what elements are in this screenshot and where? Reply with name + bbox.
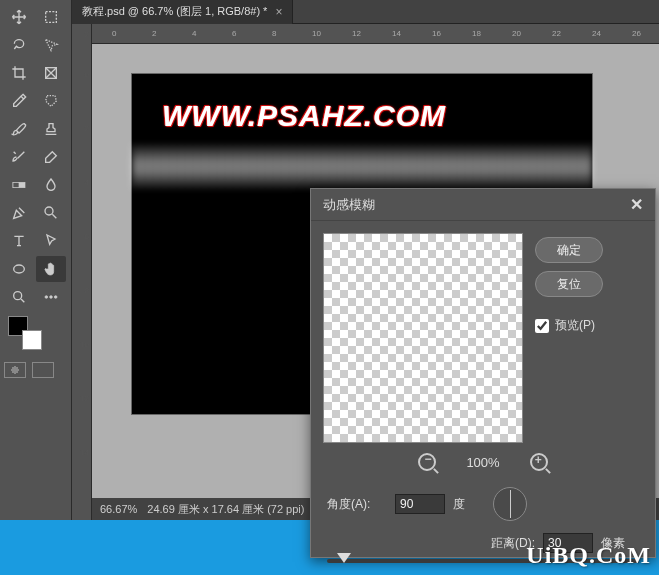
horizontal-ruler: 0 2 4 6 8 10 12 14 16 18 20 22 24 26 <box>92 24 659 44</box>
angle-dial[interactable] <box>493 487 527 521</box>
angle-unit: 度 <box>453 496 465 513</box>
preview-checkbox[interactable]: 预览(P) <box>535 317 603 334</box>
canvas-text: WWW.PSAHZ.COM <box>162 99 446 133</box>
svg-point-9 <box>54 296 57 299</box>
screen-mode-icon[interactable] <box>32 362 54 378</box>
shape-tool[interactable] <box>4 256 34 282</box>
reset-button[interactable]: 复位 <box>535 271 603 297</box>
marquee-tool[interactable] <box>36 4 66 30</box>
dialog-titlebar[interactable]: 动感模糊 ✕ <box>311 189 655 221</box>
brush-tool[interactable] <box>4 116 34 142</box>
frame-tool[interactable] <box>36 60 66 86</box>
more-tools[interactable] <box>36 284 66 310</box>
color-swatches[interactable] <box>4 316 67 356</box>
angle-label: 角度(A): <box>327 496 387 513</box>
document-tabbar: 教程.psd @ 66.7% (图层 1, RGB/8#) * × <box>72 0 659 24</box>
status-zoom[interactable]: 66.67% <box>100 503 137 515</box>
move-tool[interactable] <box>4 4 34 30</box>
gradient-tool[interactable] <box>4 172 34 198</box>
close-icon[interactable]: × <box>275 5 282 19</box>
path-select-tool[interactable] <box>36 228 66 254</box>
watermark: UiBQ.CoM <box>526 542 651 569</box>
pen-tool[interactable] <box>4 200 34 226</box>
tools-panel <box>0 0 72 520</box>
svg-point-7 <box>45 296 48 299</box>
history-brush-tool[interactable] <box>4 144 34 170</box>
eyedropper-tool[interactable] <box>4 88 34 114</box>
lasso-tool[interactable] <box>4 32 34 58</box>
blur-tool[interactable] <box>36 172 66 198</box>
quick-select-tool[interactable] <box>36 32 66 58</box>
crop-tool[interactable] <box>4 60 34 86</box>
close-icon[interactable]: ✕ <box>630 195 643 214</box>
background-color[interactable] <box>22 330 42 350</box>
zoom-tool[interactable] <box>4 284 34 310</box>
motion-blur-dialog: 动感模糊 ✕ 确定 复位 预览(P) 100% 角度(A): 度 <box>310 188 656 558</box>
zoom-out-icon[interactable] <box>418 453 436 471</box>
document-tab[interactable]: 教程.psd @ 66.7% (图层 1, RGB/8#) * × <box>72 0 293 24</box>
motion-blur-effect <box>132 144 592 189</box>
angle-input[interactable] <box>395 494 445 514</box>
ok-button[interactable]: 确定 <box>535 237 603 263</box>
stamp-tool[interactable] <box>36 116 66 142</box>
angle-row: 角度(A): 度 <box>311 481 655 527</box>
svg-point-4 <box>45 207 53 215</box>
dialog-title: 动感模糊 <box>323 196 375 214</box>
eraser-tool[interactable] <box>36 144 66 170</box>
svg-rect-3 <box>13 182 19 187</box>
svg-point-8 <box>50 296 53 299</box>
dodge-tool[interactable] <box>36 200 66 226</box>
app-window: 教程.psd @ 66.7% (图层 1, RGB/8#) * × 2 0 2 … <box>0 0 659 520</box>
vertical-ruler: 2 0 2 4 6 8 10 12 14 <box>72 24 92 520</box>
type-tool[interactable] <box>4 228 34 254</box>
tab-title: 教程.psd @ 66.7% (图层 1, RGB/8#) * <box>82 4 267 19</box>
svg-point-6 <box>14 292 22 300</box>
patch-tool[interactable] <box>36 88 66 114</box>
quick-mask-icon[interactable] <box>4 362 26 378</box>
zoom-in-icon[interactable] <box>530 453 548 471</box>
preview-checkbox-input[interactable] <box>535 319 549 333</box>
preview-label: 预览(P) <box>555 317 595 334</box>
preview-thumbnail[interactable] <box>323 233 523 443</box>
svg-rect-0 <box>46 12 57 23</box>
status-dims: 24.69 厘米 x 17.64 厘米 (72 ppi) <box>147 502 304 517</box>
svg-point-5 <box>14 265 25 273</box>
zoom-percent: 100% <box>466 455 499 470</box>
hand-tool[interactable] <box>36 256 66 282</box>
preview-zoom-controls: 100% <box>311 453 655 481</box>
